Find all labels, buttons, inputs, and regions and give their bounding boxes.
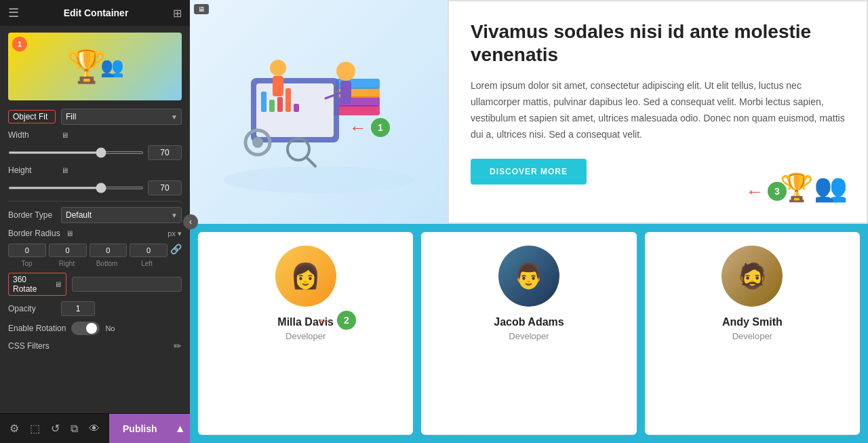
opacity-label: Opacity bbox=[8, 304, 56, 313]
border-radius-bottom[interactable] bbox=[90, 244, 127, 257]
border-type-label: Border Type bbox=[8, 210, 56, 220]
svg-rect-8 bbox=[273, 76, 283, 96]
border-radius-label: Border Radius bbox=[8, 229, 60, 238]
rotate-label: 360 Rotate 🖥 bbox=[8, 273, 66, 296]
svg-point-10 bbox=[252, 137, 263, 148]
width-slider[interactable] bbox=[8, 151, 144, 154]
history-icon[interactable]: ↺ bbox=[51, 422, 60, 435]
avatar-0: 👩 bbox=[275, 246, 336, 307]
height-slider-row: 70 bbox=[8, 180, 182, 195]
ann1-circle: 1 bbox=[371, 118, 390, 137]
publish-button[interactable]: Publish bbox=[109, 414, 171, 444]
enable-rotation-row: Enable Rotation No bbox=[8, 322, 182, 335]
hero-svg bbox=[210, 24, 427, 200]
rotate-input[interactable] bbox=[72, 277, 182, 292]
border-radius-right[interactable] bbox=[49, 244, 87, 257]
border-type-row: Border Type Default Solid Dashed Dotted … bbox=[8, 207, 182, 223]
height-input[interactable]: 70 bbox=[148, 180, 182, 195]
border-radius-left[interactable] bbox=[130, 244, 167, 257]
css-filters-row: CSS Filters ✏ bbox=[8, 341, 182, 351]
rotate-row: 360 Rotate 🖥 bbox=[8, 273, 182, 296]
width-slider-row: 70 bbox=[8, 145, 182, 160]
height-row: Height 🖥 bbox=[8, 166, 182, 175]
border-type-select-wrapper: Default Solid Dashed Dotted ▼ bbox=[61, 207, 182, 223]
svg-rect-16 bbox=[285, 88, 291, 112]
ann3-circle: 3 bbox=[768, 182, 787, 201]
label-top: Top bbox=[8, 260, 45, 267]
object-fit-select[interactable]: Fill Cover Contain None bbox=[61, 109, 182, 125]
layers-icon[interactable]: ⬚ bbox=[30, 422, 40, 435]
divider1 bbox=[8, 201, 182, 201]
border-type-select[interactable]: Default Solid Dashed Dotted bbox=[61, 207, 182, 223]
settings-icon[interactable]: ⚙ bbox=[9, 422, 19, 435]
team-card-2: 🧔 Andy Smith Developer bbox=[645, 232, 860, 435]
enable-rotation-label: Enable Rotation bbox=[8, 324, 66, 333]
avatar-1: 👨 bbox=[498, 246, 559, 307]
duplicate-icon[interactable]: ⧉ bbox=[71, 423, 78, 435]
css-filters-edit-button[interactable]: ✏ bbox=[174, 341, 182, 351]
border-radius-top[interactable] bbox=[8, 244, 46, 257]
ann3-arrow-icon: ← bbox=[746, 182, 764, 200]
opacity-input[interactable]: 1 bbox=[61, 301, 95, 316]
right-content: ← 1 ← 2 ← 3 🖥 bbox=[190, 0, 868, 443]
svg-point-18 bbox=[336, 62, 355, 81]
ann1-arrow-icon: ← bbox=[349, 119, 367, 136]
svg-line-12 bbox=[307, 157, 315, 166]
object-fit-row: Object Fit Fill Cover Contain None ▼ bbox=[8, 109, 182, 125]
team-cards: 👩 Milla Davis Developer 👨 Jacob Adams De… bbox=[190, 224, 868, 443]
svg-point-7 bbox=[270, 60, 286, 76]
collapse-button[interactable]: ▲ bbox=[171, 414, 190, 444]
rotate-monitor-icon: 🖥 bbox=[54, 280, 62, 288]
svg-rect-13 bbox=[261, 92, 267, 112]
toggle-slider bbox=[71, 322, 100, 335]
collapse-icon: ▲ bbox=[175, 423, 186, 435]
discover-button[interactable]: DISCOVER MORE bbox=[471, 159, 587, 185]
svg-point-0 bbox=[224, 166, 414, 193]
object-fit-label: Object Fit bbox=[8, 110, 56, 123]
svg-rect-14 bbox=[269, 100, 275, 112]
width-row: Width 🖥 bbox=[8, 130, 182, 140]
panel-title: Edit Container bbox=[64, 7, 129, 18]
left-panel: ☰ Edit Container ⊞ 1 🏆 👥 Object Fit Fill… bbox=[0, 0, 190, 443]
panel-collapse-handle[interactable]: ‹ bbox=[183, 214, 198, 229]
width-input[interactable]: 70 bbox=[148, 145, 182, 160]
content-title: Vivamus sodales nisi id ante molestie ve… bbox=[471, 20, 845, 66]
avatar-2: 🧔 bbox=[722, 246, 783, 307]
link-icon[interactable]: 🔗 bbox=[170, 244, 182, 257]
content-body: Lorem ipsum dolor sit amet, consectetur … bbox=[471, 78, 845, 142]
team-card-1: 👨 Jacob Adams Developer bbox=[421, 232, 636, 435]
menu-icon[interactable]: ☰ bbox=[8, 5, 19, 20]
height-slider[interactable] bbox=[8, 187, 144, 189]
member-role-0: Developer bbox=[285, 331, 326, 341]
label-left: Left bbox=[128, 260, 165, 267]
eye-icon[interactable]: 👁 bbox=[89, 423, 100, 435]
enable-rotation-toggle[interactable] bbox=[71, 322, 100, 335]
text-content-area: Vivamus sodales nisi id ante molestie ve… bbox=[448, 0, 868, 224]
panel-header: ☰ Edit Container ⊞ bbox=[0, 0, 190, 26]
opacity-row: Opacity 1 bbox=[8, 301, 182, 316]
border-radius-monitor-icon: 🖥 bbox=[66, 229, 73, 237]
border-radius-row: Border Radius 🖥 px ▾ bbox=[8, 229, 182, 238]
label-bottom: Bottom bbox=[88, 260, 125, 267]
hero-illustration bbox=[190, 0, 448, 224]
annotation-1: ← 1 bbox=[349, 118, 390, 137]
member-name-1: Jacob Adams bbox=[494, 316, 564, 328]
width-label: Width bbox=[8, 130, 56, 140]
css-filters-label: CSS Filters bbox=[8, 341, 56, 351]
ann2-circle: 2 bbox=[337, 311, 356, 330]
thumbnail: 1 🏆 👥 bbox=[8, 33, 182, 100]
member-name-2: Andy Smith bbox=[722, 316, 783, 328]
border-radius-inputs: 🔗 bbox=[8, 244, 182, 257]
grid-icon[interactable]: ⊞ bbox=[173, 7, 182, 20]
annotation-2: ← 2 bbox=[315, 311, 356, 330]
width-monitor-icon: 🖥 bbox=[61, 131, 68, 139]
team-section: 👩 Milla Davis Developer 👨 Jacob Adams De… bbox=[190, 224, 868, 443]
screen-indicator: 🖥 bbox=[194, 4, 209, 14]
ann2-arrow-icon: ← bbox=[315, 311, 333, 329]
thumbnail-badge: 1 bbox=[12, 37, 27, 52]
object-fit-select-wrapper: Fill Cover Contain None ▼ bbox=[61, 109, 182, 125]
border-radius-unit: px ▾ bbox=[167, 229, 182, 238]
panel-content: 1 🏆 👥 Object Fit Fill Cover Contain None… bbox=[0, 26, 190, 413]
team-card-0: 👩 Milla Davis Developer bbox=[198, 232, 413, 435]
member-role-1: Developer bbox=[509, 331, 549, 341]
